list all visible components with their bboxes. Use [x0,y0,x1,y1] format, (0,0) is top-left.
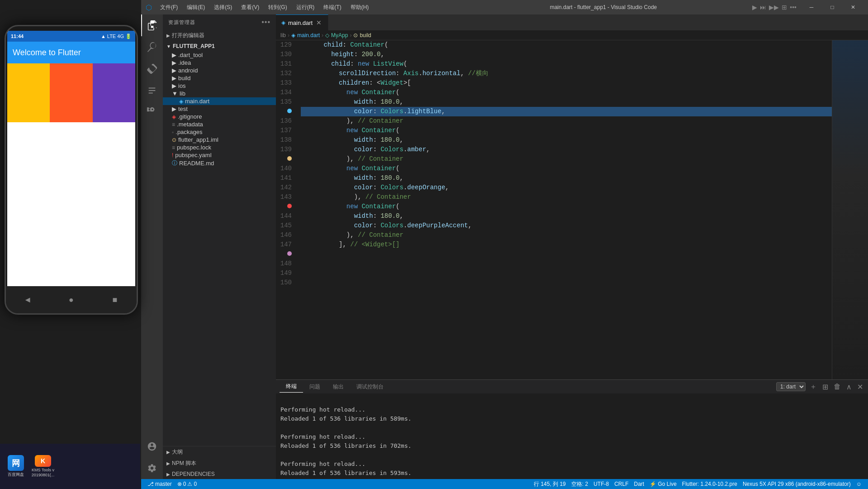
terminal-add-button[interactable]: ＋ [808,382,818,392]
maximize-button[interactable]: □ [822,0,843,14]
breadcrumb-maindart[interactable]: main.dart [297,32,320,38]
menu-help[interactable]: 帮助(H) [347,3,373,12]
settings-icon[interactable] [141,457,163,479]
tree-item-main-dart[interactable]: ◈ main.dart [163,97,276,105]
code-editor[interactable]: 129 130 131 132 133 134 135 136 137 138 [276,40,868,379]
folder-icon-ios: ▶ [172,82,176,89]
status-feedback[interactable]: ☺ [854,479,864,489]
tree-item-iml[interactable]: ⊙ flutter_app1.iml [163,136,276,144]
menu-edit[interactable]: 编辑(E) [183,3,209,12]
taskbar-icon-kms[interactable]: K KMS Tools v20190801(... [32,455,54,478]
code-line-137: ), // Container [301,116,832,126]
tree-item-ios[interactable]: ▶ ios [163,82,276,90]
status-row-col[interactable]: 行 145, 列 19 [531,479,569,489]
flutter-app1-arrow: ▼ [166,44,171,49]
split-editor-button[interactable]: ⊞ [782,4,787,11]
extensions-icon[interactable] [141,101,163,123]
menu-bar: 文件(F) 编辑(E) 选择(S) 查看(V) 转到(G) 运行(R) 终端(T… [157,3,455,12]
phone-back-button[interactable]: ◄ [19,291,37,309]
code-content[interactable]: 129 130 131 132 133 134 135 136 137 138 [276,40,868,379]
sidebar-npm-scripts[interactable]: ▶ NPM 脚本 [163,458,276,469]
status-go-live[interactable]: ⚡ Go Live [647,479,679,489]
lightbulb-icon[interactable]: 💡 [296,192,298,202]
debug-icon[interactable] [141,80,163,101]
status-flutter-version[interactable]: Flutter: 1.24.0-10.2.pre [679,479,740,489]
code-lines[interactable]: child: Container( height: 200.0, child: … [296,40,832,379]
run-without-debug-button[interactable]: ▶▶ [769,4,779,11]
run-button[interactable]: ▶ [752,4,757,11]
tree-item-lib[interactable]: ▼ lib [163,90,276,97]
terminal-tab-debug[interactable]: 调试控制台 [350,381,390,393]
terminal-split-button[interactable]: ⊞ [821,382,830,392]
menu-select[interactable]: 选择(S) [210,3,236,12]
terminal-tab-terminal[interactable]: 终端 [280,381,303,393]
menu-file[interactable]: 文件(F) [157,3,181,12]
term-output-line-2: Performing hot reload... [280,405,863,414]
status-device[interactable]: Nexus 5X API 29 x86 (android-x86-emulato… [740,479,854,489]
breadcrumb-icon-dart: ◈ [291,32,295,38]
ln-150: 150 [278,278,292,288]
status-line-ending[interactable]: CRLF [612,479,631,489]
search-icon[interactable] [141,36,163,58]
tree-item-metadata[interactable]: ≡ .metadata [163,120,276,128]
taskbar-icon-baidu[interactable]: 网 百度网盘 [5,455,27,478]
account-icon[interactable] [141,436,163,457]
code-line-142: new Container( [301,164,832,173]
outline-label: 大纲 [172,448,183,456]
git-icon[interactable] [141,58,163,80]
terminal-delete-button[interactable]: 🗑 [832,382,842,391]
sidebar-flutter-app1[interactable]: ▼ FLUTTER_APP1 [163,41,276,51]
menu-terminal[interactable]: 终端(T) [320,3,345,12]
code-line-135: width: 180.0, [301,97,832,107]
titlebar: ⬡ 文件(F) 编辑(E) 选择(S) 查看(V) 转到(G) 运行(R) 终端… [141,0,868,14]
tree-item-readme[interactable]: ⓘ README.md [163,159,276,168]
menu-view[interactable]: 查看(V) [237,3,263,12]
folder-icon-build: ▶ [172,75,176,82]
breadcrumb-build[interactable]: build [360,32,371,38]
close-button[interactable]: ✕ [843,0,863,14]
tab-main-dart[interactable]: ◈ main.dart ✕ [276,14,328,30]
tree-item-android[interactable]: ▶ android [163,67,276,74]
status-language[interactable]: Dart [631,479,647,489]
breadcrumb-myapp[interactable]: MyApp [331,32,348,38]
menu-go[interactable]: 转到(G) [265,3,290,12]
status-errors[interactable]: ⊗ 0 ⚠ 0 [175,479,199,489]
sidebar-more-button[interactable]: ••• [261,18,270,26]
terminal-tab-problems[interactable]: 问题 [303,381,327,393]
status-encoding[interactable]: UTF-8 [591,479,612,489]
terminal-tab-output[interactable]: 输出 [327,381,350,393]
terminal-select[interactable]: 1: dart [776,382,806,391]
terminal-expand-button[interactable]: ∧ [845,382,853,392]
tree-item-build[interactable]: ▶ build [163,74,276,82]
tree-item-idea[interactable]: ▶ .idea [163,59,276,67]
explorer-icon[interactable] [141,14,163,36]
tree-item-gitignore[interactable]: ◈ .gitignore [163,113,276,120]
ln-130: 130 [278,50,292,59]
tree-item-dart-tool[interactable]: ▶ .dart_tool [163,51,276,59]
more-actions-button[interactable]: ••• [790,4,797,11]
sidebar-open-editors[interactable]: ▶ 打开的编辑器 [163,30,276,41]
tab-close-button[interactable]: ✕ [315,19,323,26]
phone-home-button[interactable]: ● [62,291,80,309]
sidebar-outline[interactable]: ▶ 大纲 [163,446,276,458]
terminal-close-button[interactable]: ✕ [856,382,864,392]
sidebar-dependencies[interactable]: ▶ DEPENDENCIES [163,469,276,479]
run-debug-button[interactable]: ⏭ [760,4,766,11]
ln-135: 135 [278,97,292,107]
tree-item-packages[interactable]: ◦ .packages [163,128,276,136]
phone-recent-button[interactable]: ■ [106,291,124,309]
menu-run[interactable]: 运行(R) [293,3,318,12]
warning-icon: ⚠ [187,481,192,487]
tree-item-test[interactable]: ▶ test [163,105,276,113]
git-branch-label: master [155,481,172,487]
tree-item-pubspec-lock[interactable]: ≡ pubspec.lock [163,144,276,151]
feedback-icon: ☺ [856,481,862,487]
minimize-button[interactable]: ─ [801,0,822,14]
tree-item-pubspec-yaml[interactable]: ! pubspec.yaml [163,151,276,159]
breadcrumb-lib[interactable]: lib [280,32,286,38]
status-spaces[interactable]: 空格: 2 [569,479,591,489]
taskbar-label-kms: KMS Tools v20190801(... [32,468,55,478]
terminal-output[interactable]: Performing hot reload... Reloaded 1 of 5… [276,393,868,479]
tree-label-packages: .packages [175,129,202,135]
status-git-branch[interactable]: ⎇ master [145,479,175,489]
